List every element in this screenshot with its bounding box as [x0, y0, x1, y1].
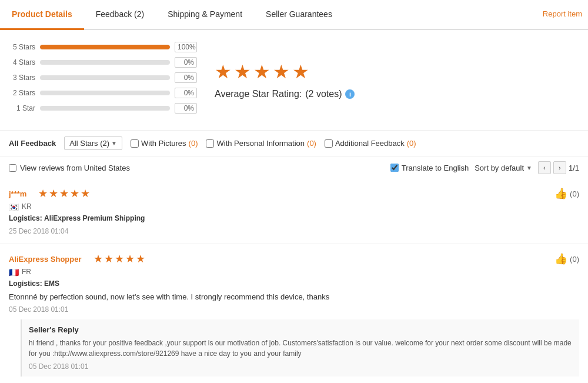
controls-right: Translate to English Sort by default ▼ ‹… [390, 161, 579, 174]
star-4: ★ [273, 61, 290, 83]
r1-star3: ★ [59, 187, 69, 200]
flag-icon: 🇫🇷 [9, 268, 19, 275]
reviewer-flag: 🇰🇷 KR [9, 202, 145, 211]
r2-star3: ★ [115, 252, 124, 265]
avg-label: Average Star Rating: [215, 89, 302, 99]
bar-track-5 [40, 45, 170, 49]
r1-star2: ★ [49, 187, 58, 200]
bar-pct-4: 0% [175, 57, 197, 68]
review-item: AliExpress Shopper ★ ★ ★ ★ ★ 🇫🇷 FR Logis… [0, 244, 588, 383]
star-5: ★ [292, 61, 309, 83]
review-right: 👍 (0) [554, 252, 579, 265]
review-stars: ★ ★ ★ ★ ★ [38, 187, 90, 200]
r2-star1: ★ [93, 252, 103, 265]
report-item-link[interactable]: Report item [537, 0, 588, 29]
r1-star5: ★ [81, 187, 90, 200]
votes-count: (2 votes) [305, 89, 342, 99]
avg-rating-text: Average Star Rating: (2 votes) i [215, 89, 355, 99]
all-feedback-link[interactable]: All Feedback [9, 139, 56, 148]
with-pictures-filter[interactable]: With Pictures (0) [131, 139, 198, 148]
review-header: j***m ★ ★ ★ ★ ★ 🇰🇷 KR Logistics: AliExpr [9, 187, 579, 235]
bar-label-3: 3 Stars [9, 74, 35, 82]
with-personal-checkbox[interactable] [206, 139, 214, 148]
with-personal-label: With Personal Information [216, 139, 305, 148]
reviewer-country: KR [22, 202, 32, 211]
additional-feedback-checkbox[interactable] [325, 139, 333, 148]
tab-feedback[interactable]: Feedback (2) [84, 0, 156, 30]
prev-page-button[interactable]: ‹ [538, 161, 551, 174]
bar-pct-1: 0% [175, 103, 197, 114]
star-2: ★ [234, 61, 251, 83]
translate-checkbox[interactable] [390, 164, 399, 172]
thumbs-up-icon: 👍 [554, 252, 567, 265]
with-pictures-label: With Pictures [141, 139, 186, 148]
bar-row-1: 1 Star 0% [9, 103, 197, 114]
logistics-label: Logistics: [9, 279, 42, 288]
additional-feedback-label: Additional Feedback [335, 139, 405, 148]
view-us-reviews-label: View reviews from United States [20, 164, 130, 172]
review-date: 25 Dec 2018 01:04 [9, 227, 145, 235]
bar-track-3 [40, 75, 170, 80]
review-logistics: Logistics: AliExpress Premium Shipping [9, 214, 145, 222]
bar-pct-3: 0% [175, 72, 197, 83]
seller-reply-date: 05 Dec 2018 01:01 [29, 362, 572, 371]
rating-section: 5 Stars 100% 4 Stars 0% 3 Stars 0% 2 Sta… [0, 30, 588, 130]
review-stars: ★ ★ ★ ★ ★ [93, 252, 145, 265]
reviewer-country: FR [22, 268, 31, 276]
rating-summary: ★ ★ ★ ★ ★ Average Star Rating: (2 votes)… [215, 42, 355, 118]
bar-fill-5 [40, 45, 170, 49]
review-body: Etonnné by perfection sound, now let's s… [9, 291, 579, 303]
next-page-button[interactable]: › [553, 161, 566, 174]
all-stars-label: All Stars (2) [69, 139, 109, 148]
reviewer-name[interactable]: AliExpress Shopper [9, 255, 82, 264]
seller-reply: Seller's Reply hi friend , thanks for yo… [21, 319, 579, 377]
bar-row-5: 5 Stars 100% [9, 42, 197, 52]
seller-reply-title: Seller's Reply [29, 325, 572, 334]
additional-feedback-count: (0) [407, 139, 416, 148]
additional-feedback-filter[interactable]: Additional Feedback (0) [325, 139, 416, 148]
bar-track-1 [40, 106, 170, 111]
chevron-down-icon: ▼ [111, 140, 117, 146]
filter-bar: All Feedback All Stars (2) ▼ With Pictur… [0, 130, 588, 156]
controls-left: View reviews from United States [9, 164, 130, 172]
review-date: 05 Dec 2018 01:01 [9, 305, 579, 314]
bar-pct-5: 100% [175, 42, 197, 52]
with-personal-filter[interactable]: With Personal Information (0) [206, 139, 316, 148]
flag-icon: 🇰🇷 [9, 203, 19, 210]
review-left: AliExpress Shopper ★ ★ ★ ★ ★ 🇫🇷 FR Logis… [9, 252, 145, 288]
logistics-label: Logistics: [9, 214, 42, 222]
bar-row-3: 3 Stars 0% [9, 72, 197, 83]
like-button[interactable]: 👍 (0) [554, 252, 579, 265]
tab-seller[interactable]: Seller Guarantees [254, 0, 344, 30]
review-right: 👍 (0) [554, 187, 579, 200]
r1-star4: ★ [70, 187, 79, 200]
review-item: j***m ★ ★ ★ ★ ★ 🇰🇷 KR Logistics: AliExpr [0, 179, 588, 244]
sort-dropdown[interactable]: Sort by default ▼ [475, 164, 532, 172]
reviewer-flag: 🇫🇷 FR [9, 268, 145, 276]
thumbs-up-icon: 👍 [554, 187, 567, 200]
star-1: ★ [215, 61, 232, 83]
tab-product-details[interactable]: Product Details [0, 0, 84, 30]
bar-label-1: 1 Star [9, 104, 35, 112]
view-us-reviews-checkbox[interactable] [9, 164, 16, 172]
r1-star1: ★ [38, 187, 48, 200]
info-icon[interactable]: i [345, 89, 355, 99]
review-left: j***m ★ ★ ★ ★ ★ 🇰🇷 KR Logistics: AliExpr [9, 187, 145, 235]
tabs-bar: Product Details Feedback (2) Shipping & … [0, 0, 588, 30]
with-pictures-count: (0) [189, 139, 198, 148]
reviewer-name[interactable]: j***m [9, 189, 26, 198]
review-header: AliExpress Shopper ★ ★ ★ ★ ★ 🇫🇷 FR Logis… [9, 252, 579, 288]
like-button[interactable]: 👍 (0) [554, 187, 579, 200]
r2-star5: ★ [136, 252, 145, 265]
translate-control: Translate to English [390, 164, 469, 172]
all-stars-dropdown[interactable]: All Stars (2) ▼ [64, 136, 122, 150]
review-logistics: Logistics: EMS [9, 279, 145, 288]
with-personal-count: (0) [307, 139, 316, 148]
r2-star2: ★ [104, 252, 113, 265]
bar-row-4: 4 Stars 0% [9, 57, 197, 68]
bar-label-2: 2 Stars [9, 89, 35, 97]
with-pictures-checkbox[interactable] [131, 139, 139, 148]
tab-shipping[interactable]: Shipping & Payment [156, 0, 254, 30]
star-3: ★ [253, 61, 270, 83]
seller-reply-text: hi friend , thanks for your positive fee… [29, 338, 572, 359]
